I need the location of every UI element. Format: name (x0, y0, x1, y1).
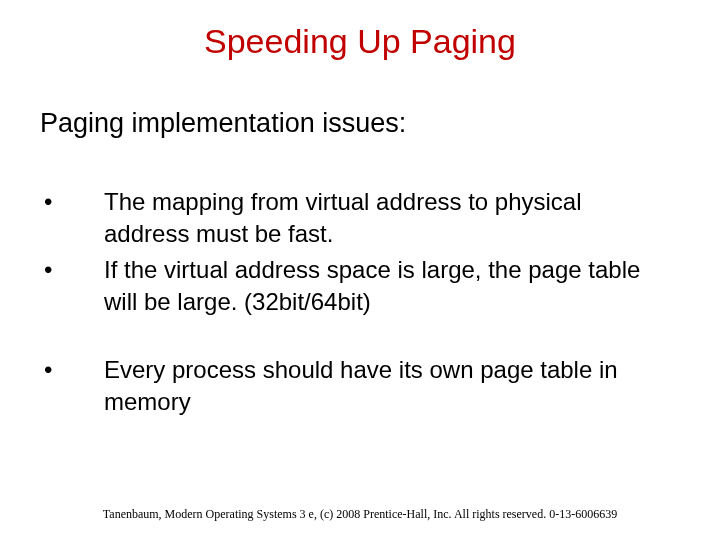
bullet-text: The mapping from virtual address to phys… (104, 186, 670, 250)
footer-citation: Tanenbaum, Modern Operating Systems 3 e,… (0, 507, 720, 522)
list-item: • If the virtual address space is large,… (40, 254, 670, 318)
list-item: • The mapping from virtual address to ph… (40, 186, 670, 250)
bullet-text: If the virtual address space is large, t… (104, 254, 670, 318)
slide-title: Speeding Up Paging (0, 22, 720, 61)
bullet-marker: • (40, 186, 104, 218)
bullet-marker: • (40, 254, 104, 286)
bullet-marker: • (40, 354, 104, 386)
list-item: • Every process should have its own page… (40, 354, 670, 418)
bullet-list: • The mapping from virtual address to ph… (40, 186, 670, 422)
slide: Speeding Up Paging Paging implementation… (0, 0, 720, 540)
bullet-text: Every process should have its own page t… (104, 354, 670, 418)
slide-subheading: Paging implementation issues: (40, 108, 406, 139)
